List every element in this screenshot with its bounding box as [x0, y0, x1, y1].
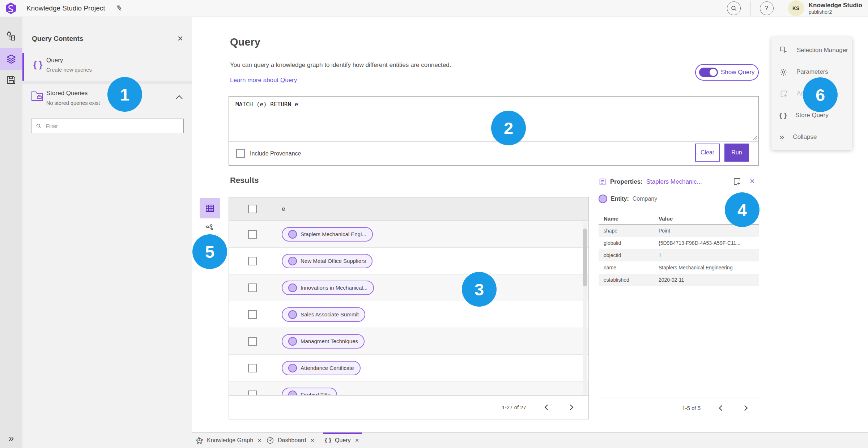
tab-query[interactable]: { } Query ×: [325, 433, 360, 448]
property-row: objectid 1: [599, 249, 759, 261]
search-button[interactable]: [727, 1, 741, 15]
select-all-checkbox[interactable]: [248, 205, 257, 213]
user-info: Knowledge Studio publisher2: [809, 2, 862, 15]
collapse-section-chevron-icon[interactable]: [176, 95, 182, 102]
column-header-e: e: [276, 205, 285, 213]
annotation-circle-4: 4: [725, 192, 760, 227]
table-row: Innovations in Mechanical...: [229, 274, 588, 301]
close-properties-button[interactable]: ×: [748, 176, 757, 187]
search-icon: [36, 123, 42, 129]
next-page-button[interactable]: [742, 404, 750, 412]
entity-value: Company: [633, 196, 657, 202]
save-icon: [7, 75, 16, 85]
row-checkbox[interactable]: [248, 364, 257, 372]
entity-pill[interactable]: New Metal Office Suppliers: [282, 254, 373, 268]
data-model-button[interactable]: [0, 25, 22, 47]
link-chart-icon: [205, 224, 214, 233]
properties-header: Properties: Staplers Mechanic...: [599, 178, 702, 186]
help-button[interactable]: ?: [760, 1, 774, 15]
tab-dashboard[interactable]: Dashboard ×: [266, 433, 315, 448]
results-table-header: e: [229, 197, 588, 221]
table-row: Attendance Certificate: [229, 355, 588, 381]
scrollbar-track[interactable]: [583, 221, 587, 395]
layers-icon: [6, 54, 16, 64]
row-checkbox[interactable]: [248, 391, 257, 396]
page-title: Query: [230, 36, 260, 48]
panel-title: Query Contents: [32, 35, 84, 43]
include-provenance-checkbox[interactable]: [236, 149, 245, 158]
annotation-circle-6: 6: [803, 77, 838, 112]
row-checkbox[interactable]: [248, 230, 257, 239]
close-panel-button[interactable]: ×: [175, 33, 185, 44]
properties-pagination: 1-5 of 5: [599, 397, 759, 419]
entity-pill[interactable]: Firebird Title: [282, 388, 337, 396]
properties-label: Properties:: [610, 178, 643, 185]
contents-item-query[interactable]: { } Query Create new queries: [22, 53, 192, 81]
results-pagination: 1-27 of 27: [229, 395, 588, 419]
row-checkbox[interactable]: [248, 310, 257, 319]
entity-dot-icon: [288, 364, 297, 372]
pagination-label: 1-5 of 5: [682, 405, 701, 411]
layers-button[interactable]: [0, 48, 22, 70]
selection-manager-item[interactable]: Selection Manager: [771, 39, 852, 61]
show-query-toggle[interactable]: Show Query: [695, 64, 759, 81]
next-page-button[interactable]: [567, 404, 575, 411]
pagination-label: 1-27 of 27: [502, 404, 526, 410]
collapse-item[interactable]: » Collapse: [771, 126, 852, 148]
close-tab-button[interactable]: ×: [310, 436, 315, 444]
row-checkbox[interactable]: [248, 283, 257, 292]
row-checkbox[interactable]: [248, 337, 257, 346]
entity-pill[interactable]: Managment Techniques: [282, 334, 365, 349]
filter-input[interactable]: [45, 123, 179, 129]
clear-button[interactable]: Clear: [695, 144, 720, 162]
entity-dot-icon: [599, 195, 607, 203]
project-title: Knowledge Studio Project: [26, 4, 105, 12]
link-chart-view-button[interactable]: [203, 221, 217, 236]
add-to-selection-button[interactable]: [730, 176, 744, 187]
column-header-name: Name: [599, 216, 659, 222]
item-label: Query: [46, 57, 63, 64]
table-view-icon: [205, 204, 214, 213]
avatar[interactable]: KS: [788, 0, 804, 16]
tab-knowledge-graph[interactable]: Knowledge Graph ×: [195, 433, 262, 448]
item-label: Stored Queries: [46, 90, 88, 97]
previous-page-button[interactable]: [717, 404, 725, 412]
expand-rail-button[interactable]: »: [0, 432, 22, 444]
annotation-circle-1: 1: [107, 77, 142, 112]
annotation-circle-3: 3: [462, 272, 497, 307]
entity-pill[interactable]: Staplers Mechanical Engi...: [282, 227, 373, 242]
contents-item-stored-queries[interactable]: Stored Queries No stored queries exist: [22, 84, 192, 116]
entity-pill[interactable]: Sales Associate Summit: [282, 307, 365, 322]
toggle-track: [699, 68, 718, 77]
scrollbar-thumb[interactable]: [583, 229, 587, 286]
table-row: New Metal Office Suppliers: [229, 248, 588, 274]
close-tab-button[interactable]: ×: [354, 436, 360, 444]
app-root: Knowledge Studio Project ✎ ? KS Knowledg…: [0, 0, 868, 448]
query-editor[interactable]: MATCH (e) RETURN e: [235, 101, 298, 108]
table-row: Firebird Title: [229, 381, 588, 396]
entity-pill[interactable]: Innovations in Mechanical...: [282, 281, 374, 295]
edit-title-button[interactable]: ✎: [113, 3, 125, 14]
divider: [229, 141, 758, 142]
data-model-icon: [7, 31, 16, 40]
run-button[interactable]: Run: [724, 144, 749, 162]
annotation-circle-5: 5: [192, 234, 227, 269]
save-button[interactable]: [0, 69, 22, 91]
collapse-icon: »: [779, 133, 784, 141]
entity-label: Entity:: [611, 196, 629, 202]
properties-entity-link[interactable]: Staplers Mechanic...: [646, 178, 702, 185]
toggle-knob: [710, 69, 717, 76]
close-tab-button[interactable]: ×: [257, 436, 262, 444]
learn-more-link[interactable]: Learn more about Query: [230, 77, 297, 84]
table-view-button[interactable]: [200, 198, 220, 218]
property-row: globalid {5D9B4713-F98D-4A53-A59F-C11...: [599, 237, 759, 249]
entity-dot-icon: [288, 310, 297, 319]
entity-pill[interactable]: Attendance Certificate: [282, 361, 361, 375]
resize-handle-icon[interactable]: [753, 136, 757, 140]
add-to-selection-icon: [732, 177, 742, 186]
previous-page-button[interactable]: [543, 404, 551, 411]
entity-dot-icon: [288, 230, 297, 239]
row-checkbox[interactable]: [248, 257, 257, 265]
selection-manager-icon: [779, 46, 788, 55]
bottom-tab-bar: Knowledge Graph × Dashboard × { } Query …: [192, 432, 868, 448]
